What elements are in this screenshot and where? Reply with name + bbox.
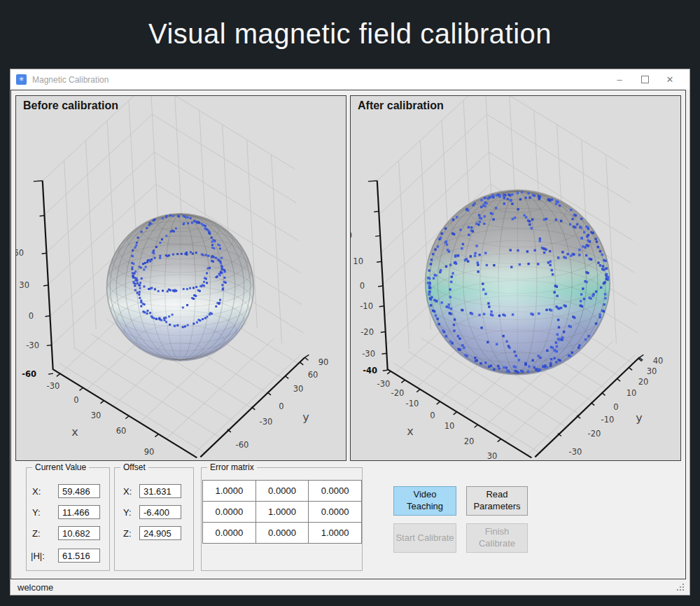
after-y-tick-label: 10 [626,388,637,398]
error-matrix-group-label: Error matrix [207,462,257,472]
matrix-cell[interactable]: 0.0000 [309,481,362,502]
after-z-tick-label: 20 [350,230,352,240]
offset-z-input[interactable] [139,526,181,540]
after-x-tick-label: 30 [487,451,498,461]
central-frame: Before calibration 60300-30-60-300306090… [10,90,686,579]
read-parameters-button[interactable]: Read Parameters [466,486,528,516]
start-calibrate-button[interactable]: Start Calibrate [393,523,456,553]
matrix-cell[interactable]: 1.0000 [203,481,256,502]
before-y-tick-label: -60 [236,440,249,450]
after-y-tick-label: 0 [613,402,618,412]
after-y-tick-label: 30 [647,366,657,376]
plot-before-title: Before calibration [23,99,118,112]
current-y-input[interactable] [58,505,100,519]
table-row: 0.0000 1.0000 0.0000 [203,502,362,523]
before-x-tick-label: 0 [74,395,78,405]
offset-group-label: Offset [120,462,148,472]
close-button[interactable]: ✕ [657,69,682,90]
before-z-tick-label: -30 [26,340,39,350]
before-x-tick-label: -30 [47,381,60,391]
after-z-tick-label: -40 [363,366,377,376]
after-y-tick-label: 40 [653,356,664,366]
app-icon: ✳ [16,74,27,85]
matrix-cell[interactable]: 1.0000 [255,502,309,523]
titlebar[interactable]: ✳ Magnetic Calibration – ✕ [10,69,690,90]
plot-after-canvas[interactable] [351,96,680,460]
before-x-tick-label: 30 [91,411,102,420]
before-y-axis-label: y [302,411,309,424]
error-matrix-table: 1.0000 0.0000 0.0000 0.0000 1.0000 0.000… [202,480,362,544]
current-z-input[interactable] [58,526,100,540]
finish-calibrate-button[interactable]: Finish Calibrate [466,523,528,553]
after-y-tick-label: 20 [638,377,649,387]
plot-before-panel: Before calibration 60300-30-60-300306090… [15,95,346,461]
after-y-tick-label: -20 [588,429,601,439]
after-y-tick-label: -10 [601,415,615,425]
matrix-cell[interactable]: 0.0000 [203,502,256,523]
current-value-group: Current Value X: Y: Z: |H|: [26,467,110,571]
before-z-tick-label: 60 [15,248,24,258]
window-title: Magnetic Calibration [32,75,108,85]
after-x-tick-label: -10 [406,399,419,408]
window-controls: – ✕ [607,69,682,90]
current-h-label: |H|: [31,549,45,563]
after-x-tick-label: 20 [464,436,475,446]
plot-after-panel: After calibration 20100-10-20-30-40-30-2… [350,95,681,461]
app-window: ✳ Magnetic Calibration – ✕ Before calibr… [10,69,690,595]
close-icon: ✕ [666,74,674,85]
after-y-axis-label: y [636,411,642,425]
minimize-icon: – [617,74,622,85]
offset-x-label: X: [123,484,132,499]
current-z-label: Z: [32,526,41,541]
after-z-tick-label: 10 [353,256,363,266]
after-x-tick-label: 0 [430,411,435,420]
current-x-input[interactable] [58,484,100,498]
after-z-tick-label: 0 [360,281,365,291]
matrix-cell[interactable]: 0.0000 [255,481,309,502]
matrix-cell[interactable]: 0.0000 [255,523,309,544]
plots-row: Before calibration 60300-30-60-300306090… [15,95,681,461]
table-row: 0.0000 0.0000 1.0000 [203,523,362,544]
matrix-cell[interactable]: 1.0000 [309,523,362,544]
before-x-tick-label: 90 [144,447,155,457]
offset-z-label: Z: [123,526,132,541]
after-z-tick-label: -10 [360,301,373,311]
before-z-tick-label: 0 [29,311,34,321]
current-x-label: X: [32,484,41,499]
status-bar: welcome [10,579,690,595]
status-message: welcome [18,582,53,593]
error-matrix-group: Error matrix 1.0000 0.0000 0.0000 0.0000… [201,467,363,571]
matrix-cell[interactable]: 0.0000 [309,502,362,523]
after-x-tick-label: -30 [377,379,391,389]
current-value-group-label: Current Value [32,462,89,472]
before-y-tick-label: 90 [318,357,329,367]
video-teaching-button[interactable]: Video Teaching [393,486,456,516]
plot-before-canvas[interactable] [16,96,346,460]
before-y-tick-label: 0 [279,401,284,411]
after-y-tick-label: -30 [569,447,582,457]
page-title: Visual magnetic field calibration [0,0,700,67]
before-z-tick-label: -60 [22,369,36,379]
table-row: 1.0000 0.0000 0.0000 [203,481,362,502]
minimize-button[interactable]: – [607,69,632,90]
before-x-axis-label: x [71,425,78,439]
after-x-tick-label: 10 [444,421,455,431]
before-y-tick-label: 30 [293,384,304,394]
after-x-tick-label: -20 [391,388,405,398]
before-y-tick-label: -30 [260,417,273,427]
offset-y-input[interactable] [139,505,181,519]
current-y-label: Y: [32,505,41,520]
maximize-icon [641,76,649,83]
controls-area: Current Value X: Y: Z: |H|: Offset X: Y:… [11,467,685,579]
matrix-cell[interactable]: 0.0000 [203,523,256,544]
plot-after-title: After calibration [358,99,444,112]
after-z-tick-label: -20 [360,327,374,337]
maximize-button[interactable] [632,69,657,90]
before-z-tick-label: 30 [19,280,29,290]
offset-x-input[interactable] [139,484,181,498]
after-z-tick-label: -30 [362,349,375,359]
resize-grip-icon[interactable] [677,584,678,585]
current-h-input[interactable] [58,549,100,563]
before-y-tick-label: 60 [308,370,318,380]
offset-y-label: Y: [123,505,132,520]
